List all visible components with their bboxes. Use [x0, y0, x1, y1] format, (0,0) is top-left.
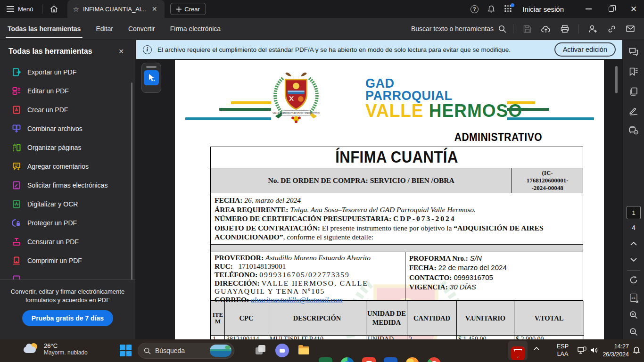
save-button[interactable] — [520, 22, 534, 36]
create-tab-button[interactable]: Crear — [170, 3, 206, 15]
home-button[interactable] — [44, 0, 64, 18]
sidebar-item-label: Comprimir un PDF — [27, 257, 82, 264]
chrome-icon[interactable] — [427, 357, 441, 362]
signatures-panel-button[interactable] — [629, 107, 638, 115]
document-scrollbar[interactable] — [615, 66, 618, 93]
tray-date: 26/3/2024 — [603, 351, 629, 359]
sidebar-item-label: Crear un PDF — [27, 106, 68, 114]
organize-pages-icon — [12, 143, 21, 152]
sidebar-item-organize-pages[interactable]: Organizar páginas — [0, 138, 135, 157]
menu-button[interactable]: Menú — [0, 0, 40, 18]
zoom-out-button[interactable] — [629, 328, 638, 336]
upload-cloud-button[interactable] — [539, 22, 553, 36]
edit-pdf-icon — [12, 87, 21, 95]
floating-toolbar[interactable] — [141, 63, 161, 93]
print-icon — [561, 25, 569, 33]
page-thumbnails-button[interactable] — [629, 87, 638, 96]
comments-panel-button[interactable] — [629, 48, 638, 56]
sidebar-item-combine-files[interactable]: Combinar archivos — [0, 119, 135, 138]
minimize-button[interactable] — [578, 0, 599, 18]
previous-page-button[interactable] — [630, 242, 637, 246]
provider-row: PROVEEDOR: Astudillo Moreno Estuardo Alv… — [211, 252, 583, 301]
order-number-row: No. DE ORDEN DE COMPRA: SERVICIO / BIEN … — [211, 168, 583, 193]
sign-in-button[interactable]: Iniciar sesión — [522, 5, 564, 13]
clock[interactable]: 14:27 26/3/2024 — [603, 343, 629, 359]
task-view-button[interactable] — [254, 344, 267, 357]
promo-text: Convertir, editar y firmar electrónicame… — [9, 288, 126, 304]
apps-grid-button[interactable] — [501, 1, 516, 16]
enable-editing-button[interactable]: Activar edición — [554, 42, 616, 57]
home-icon — [50, 5, 58, 13]
info-icon: i — [143, 45, 152, 54]
protect-pdf-icon — [12, 219, 21, 227]
pdf-app-icon[interactable] — [362, 357, 376, 362]
redact-pdf-icon — [12, 238, 21, 246]
rotate-page-button[interactable] — [629, 276, 638, 284]
acrobat-icon[interactable] — [511, 346, 525, 360]
windows-taskbar: 26°C Mayorm. nublado Búsqueda X W — [0, 339, 644, 362]
tab-all-tools[interactable]: Todas las herramientas — [0, 18, 88, 40]
brand-wordmark: GAD PARROQUIAL VALLE HERMOSO — [365, 78, 522, 118]
volume-icon[interactable] — [590, 346, 599, 354]
email-button[interactable] — [623, 22, 637, 36]
firefox-icon[interactable] — [405, 357, 419, 362]
sidebar-item-edit-pdf[interactable]: Editar un PDF — [0, 82, 135, 100]
sidebar-scrollbar[interactable] — [131, 82, 132, 280]
notification-bell-icon[interactable] — [633, 346, 640, 354]
sidebar-item-protect-pdf[interactable]: Proteger un PDF — [0, 214, 135, 232]
help-button[interactable]: ? — [467, 1, 482, 16]
request-signature-button[interactable] — [586, 22, 600, 36]
sidebar-item-create-pdf[interactable]: Crear un PDF — [0, 100, 135, 119]
document-tab[interactable]: ☆ INFIMA CUANTIA_Al... ✕ — [67, 0, 165, 18]
zoom-in-button[interactable] — [629, 311, 638, 319]
close-button[interactable]: ✕ — [623, 0, 644, 18]
teams-chat-icon[interactable] — [275, 344, 289, 357]
sidebar-item-compress-pdf[interactable]: Comprimir un PDF — [0, 251, 135, 270]
tab-convert[interactable]: Convertir — [121, 18, 163, 40]
network-icon[interactable] — [578, 346, 586, 354]
file-explorer-icon[interactable] — [297, 344, 311, 357]
star-icon[interactable]: ☆ — [73, 6, 79, 13]
objeto-pre: El presente instrumento tiene por objeti… — [322, 224, 454, 232]
current-page-field[interactable]: 1 — [627, 206, 641, 219]
edge-icon[interactable] — [340, 357, 354, 362]
free-trial-button[interactable]: Prueba gratis de 7 días — [22, 310, 113, 326]
order-document: ÍNFIMA CUANTÍA No. DE ORDEN DE COMPRA: S… — [210, 147, 583, 339]
hamburger-icon — [7, 6, 14, 12]
mail-icon — [626, 25, 635, 32]
person-add-icon — [588, 25, 597, 33]
select-tool-button[interactable] — [144, 70, 159, 85]
sidebar-item-redact-pdf[interactable]: Censurar un PDF — [0, 232, 135, 251]
vigencia-value: 30 DÍAS — [450, 283, 476, 291]
sidebar-item-clipped[interactable] — [0, 270, 135, 280]
word-icon[interactable]: W — [384, 357, 397, 362]
minimize-icon — [586, 8, 592, 9]
language-indicator[interactable]: ESP LAA — [557, 343, 569, 358]
total-pages-label: 4 — [623, 224, 644, 231]
bookmarks-panel-button[interactable] — [629, 67, 638, 76]
search-tools-button[interactable]: Buscar texto o herramientas — [411, 25, 506, 33]
notifications-button[interactable] — [484, 1, 499, 16]
zoom-out-icon — [629, 328, 638, 336]
tab-esign[interactable]: Firma electrónica — [163, 18, 228, 40]
tab-edit[interactable]: Editar — [88, 18, 121, 40]
request-signatures-icon — [12, 181, 21, 189]
panel-title: Todas las herramientas — [8, 47, 92, 56]
sidebar-item-request-signatures[interactable]: Solicitar firmas electrónicas — [0, 176, 135, 195]
print-button[interactable] — [558, 22, 572, 36]
correo-link[interactable]: alvaritoastudillo@hotmail.com — [251, 296, 343, 304]
excel-icon[interactable]: X — [319, 357, 332, 362]
panel-close-icon[interactable]: ✕ — [116, 47, 127, 56]
actual-size-button[interactable]: 1:1 — [630, 294, 637, 302]
tab-close-icon[interactable]: ✕ — [150, 4, 159, 14]
restore-button[interactable] — [601, 0, 621, 18]
sidebar-item-export-pdf[interactable]: Exportar un PDF — [0, 63, 135, 82]
cell-vtotal: $ 2.900,00 — [514, 335, 584, 339]
hidden-icons-chevron[interactable] — [534, 347, 539, 350]
share-link-button[interactable] — [604, 22, 619, 36]
sidebar-item-scan-ocr[interactable]: Digitalizar y OCR — [0, 195, 135, 214]
sidebar-item-add-comments[interactable]: Agregar comentarios — [0, 157, 135, 176]
print-production-button[interactable] — [629, 126, 638, 135]
drag-handle[interactable] — [146, 66, 157, 68]
next-page-button[interactable] — [630, 258, 637, 262]
